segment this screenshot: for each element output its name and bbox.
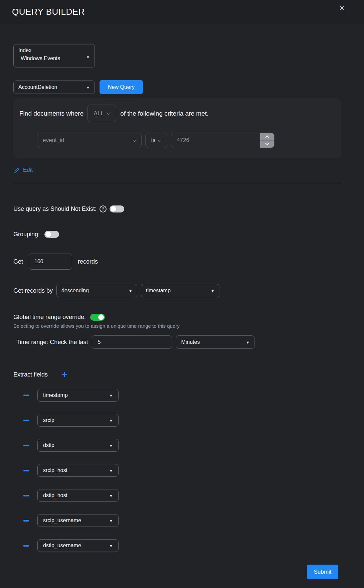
get-records-by-label: Get records by <box>13 287 53 294</box>
saved-query-value: AccountDeletion <box>18 84 57 90</box>
caret-down-icon <box>86 84 90 90</box>
extract-field-row: dstip <box>13 439 351 452</box>
extract-field-value: dstip_username <box>43 543 81 549</box>
index-dropdown[interactable]: Index Windows Events <box>13 44 95 67</box>
remove-field-minus-icon[interactable] <box>23 545 29 547</box>
caret-down-icon <box>211 288 214 294</box>
sort-field-dropdown[interactable]: timestamp <box>141 284 219 297</box>
caret-down-icon <box>86 54 90 60</box>
grouping-toggle[interactable] <box>44 231 59 238</box>
extract-field-dropdown[interactable]: dstip <box>37 439 119 452</box>
index-dropdown-value: Windows Events <box>21 55 90 61</box>
criteria-operator-dropdown[interactable]: is <box>145 133 167 148</box>
caret-down-icon <box>129 288 132 294</box>
chevron-up-icon <box>265 135 269 139</box>
criteria-prefix: Find documents where <box>19 110 83 117</box>
help-question-icon[interactable] <box>100 205 107 212</box>
extract-field-dropdown[interactable]: dstip_username <box>37 539 119 552</box>
global-override-row: Global time range override: <box>13 312 351 322</box>
extract-field-row: srcip_host <box>13 464 351 477</box>
criteria-value: 4726 <box>177 137 189 144</box>
index-dropdown-label: Index <box>18 47 90 53</box>
criteria-row: event_id is 4726 <box>37 133 335 148</box>
close-icon[interactable] <box>337 3 347 13</box>
extract-field-dropdown[interactable]: timestamp <box>37 389 119 402</box>
should-not-exist-toggle[interactable] <box>110 205 124 212</box>
extract-field-dropdown[interactable]: srcip_host <box>37 464 119 477</box>
extract-field-value: srcip <box>43 417 54 423</box>
extract-fields-title: Extract fields <box>13 371 48 378</box>
submit-row: Submit <box>13 565 351 579</box>
global-override-toggle[interactable] <box>90 314 105 321</box>
edit-link-label: Edit <box>23 167 33 173</box>
extract-field-row: dstip_host <box>13 489 351 502</box>
remove-field-minus-icon[interactable] <box>23 420 29 421</box>
grouping-row: Grouping: <box>13 230 351 239</box>
time-range-row: Time range: Check the last Minutes <box>13 335 351 349</box>
submit-button[interactable]: Submit <box>307 565 338 579</box>
section-divider <box>13 184 344 184</box>
new-query-button[interactable]: New Query <box>100 80 143 94</box>
caret-down-icon <box>109 442 113 448</box>
saved-query-dropdown[interactable]: AccountDeletion <box>13 81 95 94</box>
remove-field-minus-icon[interactable] <box>23 395 29 396</box>
edit-query-link[interactable]: Edit <box>13 166 43 174</box>
criteria-field-dropdown[interactable]: event_id <box>37 133 142 148</box>
extract-field-value: srcip_username <box>43 518 81 524</box>
records-label: records <box>78 258 98 265</box>
caret-down-icon <box>246 339 250 345</box>
saved-query-row: AccountDeletion New Query <box>13 80 351 94</box>
toggle-knob <box>98 314 104 320</box>
remove-field-minus-icon[interactable] <box>23 495 29 496</box>
grouping-label: Grouping: <box>13 231 40 238</box>
dialog-header: QUERY BUILDER <box>0 0 364 24</box>
add-field-plus-icon[interactable] <box>62 371 67 378</box>
match-mode-dropdown[interactable]: ALL <box>87 105 116 122</box>
extract-field-value: dstip <box>43 442 54 448</box>
caret-down-icon <box>109 417 113 423</box>
criteria-sentence: Find documents where ALL of the followin… <box>19 105 335 122</box>
page-title: QUERY BUILDER <box>12 7 85 17</box>
chevron-down-icon <box>132 138 137 142</box>
extract-field-dropdown[interactable]: srcip <box>37 414 119 427</box>
extract-field-dropdown[interactable]: dstip_host <box>37 489 119 502</box>
time-range-unit-dropdown[interactable]: Minutes <box>176 335 254 349</box>
criteria-suffix: of the following criteria are met. <box>120 110 208 117</box>
should-not-exist-label: Use query as Should Not Exist: <box>13 205 97 212</box>
caret-down-icon <box>109 518 113 524</box>
caret-down-icon <box>109 543 113 549</box>
query-builder-dialog: QUERY BUILDER Index Windows Events Accou… <box>0 0 364 588</box>
extract-field-dropdown[interactable]: srcip_username <box>37 514 119 527</box>
dialog-body: Index Windows Events AccountDeletion New… <box>0 44 364 579</box>
should-not-exist-row: Use query as Should Not Exist: <box>13 204 351 213</box>
sort-field-value: timestamp <box>146 288 171 294</box>
toggle-knob <box>111 206 116 212</box>
caret-down-icon <box>109 392 113 398</box>
extract-field-row: srcip <box>13 414 351 427</box>
criteria-panel: Find documents where ALL of the followin… <box>13 98 341 158</box>
criteria-value-input[interactable]: 4726 <box>171 133 275 148</box>
remove-field-minus-icon[interactable] <box>23 445 29 446</box>
match-mode-value: ALL <box>94 110 104 117</box>
time-range-value-input[interactable] <box>92 335 172 349</box>
sort-row: Get records by descending timestamp <box>13 284 351 297</box>
number-spinner[interactable] <box>260 133 274 148</box>
criteria-field-value: event_id <box>43 137 64 144</box>
extract-fields-list: timestamp srcip dstip <box>13 389 351 552</box>
extract-field-row: dstip_username <box>13 539 351 552</box>
record-count-input[interactable] <box>29 254 72 270</box>
extract-field-value: timestamp <box>43 392 68 398</box>
global-override-label: Global time range override: <box>13 314 86 321</box>
time-range-label: Time range: Check the last <box>16 339 88 346</box>
chevron-down-icon <box>107 111 111 115</box>
extract-field-value: dstip_host <box>43 492 67 498</box>
remove-field-minus-icon[interactable] <box>23 470 29 471</box>
caret-down-icon <box>109 467 113 473</box>
sort-order-dropdown[interactable]: descending <box>56 284 137 297</box>
spinner-down-button[interactable] <box>260 140 274 148</box>
extract-field-row: srcip_username <box>13 514 351 527</box>
spinner-up-button[interactable] <box>260 133 274 140</box>
remove-field-minus-icon[interactable] <box>23 520 29 522</box>
extract-field-row: timestamp <box>13 389 351 402</box>
toggle-knob <box>45 232 51 237</box>
